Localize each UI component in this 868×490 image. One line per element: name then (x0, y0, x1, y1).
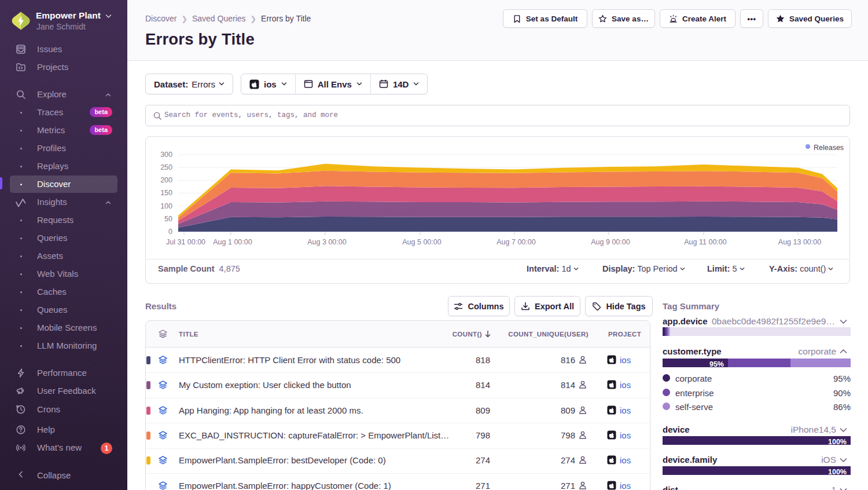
svg-text:Aug 7 00:00: Aug 7 00:00 (496, 238, 535, 246)
svg-text:50: 50 (164, 215, 172, 223)
svg-text:0: 0 (168, 228, 172, 236)
svg-text:100: 100 (160, 202, 172, 210)
svg-text:150: 150 (160, 189, 172, 197)
svg-text:Aug 1 00:00: Aug 1 00:00 (213, 238, 252, 246)
svg-text:250: 250 (160, 163, 172, 171)
svg-text:Jul 31 00:00: Jul 31 00:00 (166, 238, 205, 246)
svg-text:200: 200 (160, 176, 172, 184)
svg-text:Aug 5 00:00: Aug 5 00:00 (402, 238, 441, 246)
svg-text:Aug 3 00:00: Aug 3 00:00 (307, 238, 346, 246)
svg-text:300: 300 (160, 151, 172, 159)
svg-text:Aug 9 00:00: Aug 9 00:00 (591, 238, 630, 246)
